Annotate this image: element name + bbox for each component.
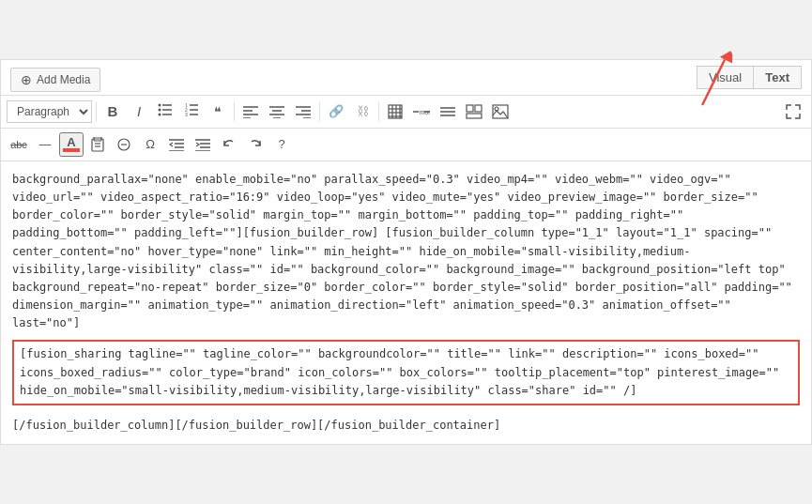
editor-content[interactable]: background_parallax="none" enable_mobile… (1, 161, 811, 444)
add-media-icon: ⊕ (21, 72, 32, 87)
indent-button[interactable] (191, 132, 215, 157)
italic-button[interactable]: I (127, 99, 151, 124)
special-char-button[interactable]: Ω (138, 132, 162, 157)
expand-editor-button[interactable] (781, 99, 805, 124)
strikethrough-button[interactable]: abc (7, 132, 31, 157)
unlink-button[interactable]: ⛓ (350, 99, 375, 124)
horizontal-rule-button[interactable]: — (33, 132, 57, 157)
align-left-button[interactable] (238, 99, 263, 124)
ol-icon: 123 (184, 103, 199, 119)
paragraph-select[interactable]: Paragraph (7, 100, 92, 123)
toolbar-row-1: Paragraph B I 123 ❝ 🔗 (1, 96, 811, 129)
editor-container: ⊕ Add Media Visual Text Paragraph (0, 59, 812, 445)
font-color-button[interactable]: A (59, 132, 84, 157)
redo-button[interactable] (243, 132, 268, 157)
align-right-button[interactable] (291, 99, 315, 124)
ordered-list-button[interactable]: 123 (179, 99, 204, 124)
outdent-button[interactable] (164, 132, 189, 157)
top-bar: ⊕ Add Media Visual Text (1, 60, 811, 96)
svg-text:more: more (420, 109, 431, 115)
insert-table-button[interactable] (383, 99, 407, 124)
svg-rect-43 (467, 114, 482, 118)
avada-builder-button[interactable] (462, 99, 486, 124)
toggle-toolbar-button[interactable] (436, 99, 460, 124)
svg-point-5 (159, 104, 161, 107)
svg-point-7 (159, 114, 161, 116)
tab-visual[interactable]: Visual (697, 66, 753, 89)
font-color-label: A (67, 136, 75, 148)
editor-content-after: [/fusion_builder_column][/fusion_builder… (12, 419, 500, 432)
color-indicator (63, 148, 80, 152)
editor-content-before: background_parallax="none" enable_mobile… (12, 173, 792, 330)
paste-button[interactable] (85, 132, 110, 157)
add-media-button[interactable]: ⊕ Add Media (10, 68, 100, 92)
view-tabs: Visual Text (697, 66, 802, 89)
help-button[interactable]: ? (269, 132, 294, 157)
image-button[interactable] (488, 99, 513, 124)
wp-more-button[interactable]: more (409, 99, 434, 124)
separator-4 (378, 102, 379, 121)
ul-icon (158, 103, 173, 119)
svg-rect-42 (475, 105, 482, 112)
separator-3 (319, 102, 320, 121)
unordered-list-button[interactable] (153, 99, 177, 124)
add-media-label: Add Media (37, 73, 90, 86)
bold-button[interactable]: B (100, 99, 125, 124)
toolbar-row-2: abc — A Ω ? (1, 129, 811, 161)
svg-rect-41 (467, 105, 473, 112)
separator-1 (96, 102, 97, 121)
svg-point-6 (159, 109, 161, 112)
paste-plain-button[interactable] (112, 132, 136, 157)
link-button[interactable]: 🔗 (324, 99, 348, 124)
highlighted-fusion-sharing-block: [fusion_sharing tagline="" tagline_color… (12, 340, 800, 405)
separator-2 (234, 102, 235, 121)
align-center-button[interactable] (265, 99, 289, 124)
blockquote-button[interactable]: ❝ (206, 99, 230, 124)
undo-button[interactable] (217, 132, 241, 157)
tab-text[interactable]: Text (753, 66, 802, 89)
svg-text:3: 3 (185, 112, 188, 116)
